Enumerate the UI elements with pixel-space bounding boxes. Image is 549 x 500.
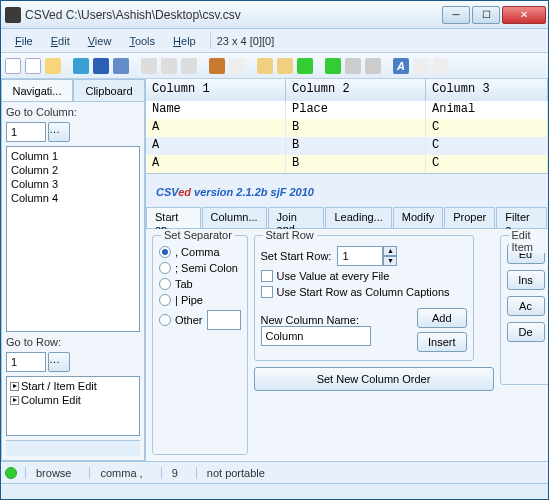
check-use-caption[interactable] bbox=[261, 286, 273, 298]
menu-file[interactable]: File bbox=[7, 32, 41, 50]
start-row-input[interactable] bbox=[337, 246, 383, 266]
radio-comma[interactable] bbox=[159, 246, 171, 258]
settings-icon[interactable] bbox=[345, 58, 361, 74]
check2-icon[interactable] bbox=[325, 58, 341, 74]
horizontal-scrollbar[interactable] bbox=[1, 483, 548, 499]
menu-tools[interactable]: Tools bbox=[121, 32, 163, 50]
close-button[interactable]: ✕ bbox=[502, 6, 546, 24]
save-icon[interactable] bbox=[93, 58, 109, 74]
table-row[interactable]: Name Place Animal bbox=[146, 101, 548, 119]
app-window: CSVed C:\Users\Ashish\Desktop\csv.csv ─ … bbox=[0, 0, 549, 500]
tab-navigation[interactable]: Navigati... bbox=[1, 79, 73, 101]
mail-icon[interactable] bbox=[257, 58, 273, 74]
goto-column-button[interactable]: … bbox=[48, 122, 70, 142]
toolbar: A bbox=[1, 53, 548, 79]
radio-tab[interactable] bbox=[159, 278, 171, 290]
spin-up-icon[interactable]: ▲ bbox=[383, 246, 397, 256]
grid-column-header[interactable]: Column 1 bbox=[146, 79, 286, 101]
other-separator-input[interactable] bbox=[207, 310, 241, 330]
status-portable: not portable bbox=[196, 467, 275, 479]
font-icon[interactable]: A bbox=[393, 58, 409, 74]
new-column-input[interactable] bbox=[261, 326, 371, 346]
menu-edit[interactable]: Edit bbox=[43, 32, 78, 50]
new-column-label: New Column Name: bbox=[261, 314, 371, 326]
open-icon[interactable] bbox=[45, 58, 61, 74]
list-item[interactable]: Column 3 bbox=[9, 177, 137, 191]
menu-help[interactable]: Help bbox=[165, 32, 204, 50]
tab-proper[interactable]: Proper bbox=[444, 207, 495, 228]
menu-view[interactable]: View bbox=[80, 32, 120, 50]
ins-button[interactable]: Ins bbox=[507, 270, 545, 290]
new-icon[interactable] bbox=[5, 58, 21, 74]
table-row[interactable]: A B C bbox=[146, 119, 548, 137]
tab-start[interactable]: Start an... bbox=[146, 207, 201, 228]
check-use-value[interactable] bbox=[261, 270, 273, 282]
grid-column-header[interactable]: Column 3 bbox=[426, 79, 548, 101]
expand-icon[interactable]: ▸ bbox=[10, 396, 19, 405]
grid-column-header[interactable]: Column 2 bbox=[286, 79, 426, 101]
goto-column-label: Go to Column: bbox=[6, 106, 140, 118]
titlebar: CSVed C:\Users\Ashish\Desktop\csv.csv ─ … bbox=[1, 1, 548, 29]
radio-pipe[interactable] bbox=[159, 294, 171, 306]
refresh-icon[interactable] bbox=[73, 58, 89, 74]
page-icon[interactable] bbox=[141, 58, 157, 74]
left-panel: Navigati... Clipboard Go to Column: … Co… bbox=[1, 79, 146, 461]
mail2-icon[interactable] bbox=[277, 58, 293, 74]
window-title: CSVed C:\Users\Ashish\Desktop\csv.csv bbox=[25, 8, 442, 22]
list-item[interactable]: Column 2 bbox=[9, 163, 137, 177]
saveas-icon[interactable] bbox=[113, 58, 129, 74]
book-icon[interactable] bbox=[209, 58, 225, 74]
maximize-button[interactable]: ☐ bbox=[472, 6, 500, 24]
brand-text: CSVed version 2.1.2b sjF 2010 bbox=[146, 174, 548, 207]
startrow-legend: Start Row bbox=[263, 229, 317, 241]
tabstrip: Start an... Column... Join and... Leadin… bbox=[146, 207, 548, 229]
right-panel: Column 1 Column 2 Column 3 Name Place An… bbox=[146, 79, 548, 461]
tree-item[interactable]: ▸Start / Item Edit bbox=[9, 379, 137, 393]
radio-other[interactable] bbox=[159, 314, 171, 326]
expand-icon[interactable]: ▸ bbox=[10, 382, 19, 391]
list-item[interactable]: Column 1 bbox=[9, 149, 137, 163]
add-button[interactable]: Add bbox=[417, 308, 467, 328]
status-browse: browse bbox=[25, 467, 81, 479]
status-separator: comma , bbox=[89, 467, 152, 479]
tab-column[interactable]: Column... bbox=[202, 207, 267, 228]
startrow-group: Start Row Set Start Row: ▲▼ Use Value at… bbox=[254, 235, 474, 361]
column-list[interactable]: Column 1 Column 2 Column 3 Column 4 bbox=[6, 146, 140, 332]
goto-row-button[interactable]: … bbox=[48, 352, 70, 372]
minimize-button[interactable]: ─ bbox=[442, 6, 470, 24]
copy-icon[interactable] bbox=[25, 58, 41, 74]
tab-join[interactable]: Join and... bbox=[268, 207, 325, 228]
filter-icon[interactable] bbox=[433, 58, 449, 74]
separator-legend: Set Separator bbox=[161, 229, 235, 241]
ac-button[interactable]: Ac bbox=[507, 296, 545, 316]
tab-clipboard[interactable]: Clipboard bbox=[73, 79, 145, 101]
spin-down-icon[interactable]: ▼ bbox=[383, 256, 397, 266]
search-icon[interactable] bbox=[413, 58, 429, 74]
radio-semicolon[interactable] bbox=[159, 262, 171, 274]
list-item[interactable]: Column 4 bbox=[9, 191, 137, 205]
menu-info: 23 x 4 [0][0] bbox=[217, 35, 274, 47]
insert-button[interactable]: Insert bbox=[417, 332, 467, 352]
tree-scrollbar[interactable] bbox=[6, 440, 140, 456]
table-row[interactable]: A B C bbox=[146, 155, 548, 173]
preview-icon[interactable] bbox=[161, 58, 177, 74]
de-button[interactable]: De bbox=[507, 322, 545, 342]
tree-item[interactable]: ▸Column Edit bbox=[9, 393, 137, 407]
settings2-icon[interactable] bbox=[365, 58, 381, 74]
edit-item-legend: Edit Item bbox=[509, 229, 548, 253]
goto-row-label: Go to Row: bbox=[6, 336, 140, 348]
tab-modify[interactable]: Modify bbox=[393, 207, 443, 228]
set-column-order-button[interactable]: Set New Column Order bbox=[254, 367, 494, 391]
data-grid[interactable]: Column 1 Column 2 Column 3 Name Place An… bbox=[146, 79, 548, 174]
menubar: File Edit View Tools Help 23 x 4 [0][0] bbox=[1, 29, 548, 53]
check-icon[interactable] bbox=[297, 58, 313, 74]
goto-row-input[interactable] bbox=[6, 352, 46, 372]
sheet-icon[interactable] bbox=[229, 58, 245, 74]
status-count: 9 bbox=[161, 467, 188, 479]
print-icon[interactable] bbox=[181, 58, 197, 74]
tab-leading[interactable]: Leading... bbox=[325, 207, 391, 228]
tab-filter[interactable]: Filter a... bbox=[496, 207, 547, 228]
goto-column-input[interactable] bbox=[6, 122, 46, 142]
tree[interactable]: ▸Start / Item Edit ▸Column Edit bbox=[6, 376, 140, 436]
table-row[interactable]: A B C bbox=[146, 137, 548, 155]
